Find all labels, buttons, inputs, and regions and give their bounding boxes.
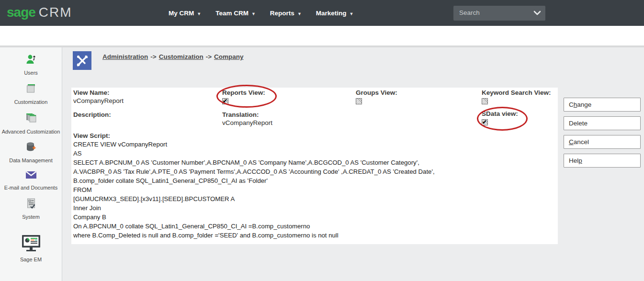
sage-em-icon <box>20 234 42 255</box>
script-line: AS <box>73 149 435 158</box>
sidebar-item-label: Data Management <box>9 157 53 163</box>
keyword-search-view-label: Keyword Search View: <box>482 89 551 97</box>
sidebar-item-system[interactable]: System <box>0 197 62 220</box>
field-reports-view: Reports View: <box>222 89 265 106</box>
script-line: On A.BPCNUM_0 collate SQL_Latin1_General… <box>73 222 435 231</box>
script-line: CREATE VIEW vCompanyReport <box>73 140 435 149</box>
keyword-search-view-checkbox[interactable] <box>482 98 488 104</box>
menu-my-crm[interactable]: My CRM▼ <box>169 10 201 17</box>
sidebar-item-label: Users <box>24 70 38 76</box>
sidebar-item-data-management[interactable]: Data Management <box>0 141 62 163</box>
script-line: SELECT A.BPCNUM_0 AS 'Customer Number',A… <box>73 158 435 167</box>
email-documents-icon <box>24 169 38 183</box>
translation-label: Translation: <box>222 111 272 119</box>
sage-crm-page: sageCRM My CRM▼ Team CRM▼ Reports▼ Marke… <box>0 0 644 281</box>
menu-marketing-label: Marketing <box>316 10 347 17</box>
field-description: Description: <box>73 111 111 119</box>
advanced-customization-icon <box>24 111 38 127</box>
help-button[interactable]: Help <box>564 154 641 168</box>
btn-text: ancel <box>574 138 589 146</box>
sage-crm-logo[interactable]: sageCRM <box>7 5 72 20</box>
breadcrumb-separator: -> <box>150 53 156 60</box>
reports-view-checkbox[interactable] <box>222 98 228 104</box>
top-navbar: sageCRM My CRM▼ Team CRM▼ Reports▼ Marke… <box>0 0 644 26</box>
breadcrumb: Administration->Customization->Company <box>102 53 244 60</box>
script-line: A.VACBPR_0 AS 'Tax Rule',A.PTE_0 AS 'Pay… <box>73 167 435 176</box>
menu-marketing[interactable]: Marketing▼ <box>316 10 354 17</box>
sidebar-item-label: E-mail and Documents <box>4 185 57 191</box>
chevron-down-icon: ▼ <box>251 11 256 16</box>
view-script-label: View Script: <box>73 132 435 140</box>
sidebar-item-advanced-customization[interactable]: Advanced Customization <box>0 111 62 135</box>
sdata-view-label: SData view: <box>482 110 518 118</box>
action-buttons: Change Delete Cancel Help <box>564 98 641 168</box>
sidebar-item-users[interactable]: Users <box>0 53 62 76</box>
menu-reports[interactable]: Reports▼ <box>270 10 302 17</box>
groups-view-checkbox[interactable] <box>356 98 362 104</box>
btn-accesskey: p <box>578 157 582 164</box>
main-content: Administration->Customization->Company V… <box>62 47 644 281</box>
logo-product: CRM <box>39 5 72 20</box>
view-name-label: View Name: <box>73 89 124 97</box>
breadcrumb-customization[interactable]: Customization <box>159 53 203 60</box>
script-line: where B.Comp_Deleted is null and B.comp_… <box>73 231 435 240</box>
admin-sidebar: Users Customization <box>0 47 62 281</box>
menu-team-crm[interactable]: Team CRM▼ <box>215 10 256 17</box>
system-icon <box>24 197 38 212</box>
btn-accesskey: C <box>569 138 574 146</box>
sidebar-item-sage-em[interactable]: Sage EM <box>0 234 62 262</box>
chevron-down-icon: ▼ <box>297 11 302 16</box>
breadcrumb-company[interactable]: Company <box>214 53 244 60</box>
script-line: Inner Join <box>73 203 435 213</box>
field-translation: Translation: vCompanyReport <box>222 111 272 127</box>
breadcrumb-administration[interactable]: Administration <box>102 53 148 60</box>
script-line: [GUMUCRMX3_SEED].[x3v11].[SEED].BPCUSTOM… <box>73 194 435 203</box>
view-details-panel: View Name: vCompanyReport Reports View: … <box>71 88 558 244</box>
field-sdata-view: SData view: <box>482 110 518 127</box>
menu-team-crm-label: Team CRM <box>215 10 249 17</box>
btn-text: Hel <box>569 157 578 164</box>
groups-view-label: Groups View: <box>356 89 397 97</box>
field-groups-view: Groups View: <box>356 89 397 106</box>
translation-value: vCompanyReport <box>222 119 272 127</box>
sdata-view-checkbox[interactable] <box>482 119 488 125</box>
search-placeholder: Search <box>459 9 480 16</box>
main-menu: My CRM▼ Team CRM▼ Reports▼ Marketing▼ <box>169 0 353 26</box>
customization-icon <box>24 82 38 97</box>
sidebar-item-label: Customization <box>14 99 48 105</box>
script-line: FROM <box>73 185 435 194</box>
field-keyword-search-view: Keyword Search View: <box>482 89 551 106</box>
btn-text: ange <box>577 101 591 108</box>
change-button[interactable]: Change <box>564 98 641 112</box>
view-name-value: vCompanyReport <box>73 97 124 105</box>
btn-text: Delete <box>569 120 588 127</box>
script-line: Company B <box>73 213 435 222</box>
sidebar-item-label: Sage EM <box>20 257 42 262</box>
sidebar-item-email-documents[interactable]: E-mail and Documents <box>0 169 62 191</box>
logo-brand: sage <box>7 5 35 20</box>
btn-text: C <box>569 101 574 108</box>
description-label: Description: <box>73 111 111 119</box>
cancel-button[interactable]: Cancel <box>564 135 641 149</box>
search-input[interactable]: Search <box>453 6 545 21</box>
menu-my-crm-label: My CRM <box>169 10 194 17</box>
sidebar-item-customization[interactable]: Customization <box>0 82 62 105</box>
sidebar-item-label: Advanced Customization <box>2 129 60 135</box>
sidebar-item-label: System <box>22 214 40 220</box>
data-management-icon <box>24 141 38 156</box>
field-view-script: View Script: CREATE VIEW vCompanyReport … <box>73 132 435 240</box>
field-view-name: View Name: vCompanyReport <box>73 89 124 105</box>
breadcrumb-separator: -> <box>206 53 212 60</box>
header-strip <box>0 26 644 45</box>
users-icon <box>24 53 38 68</box>
delete-button[interactable]: Delete <box>564 116 641 130</box>
chevron-down-icon: ▼ <box>197 11 201 16</box>
admin-tools-icon <box>73 51 91 70</box>
view-script-text: CREATE VIEW vCompanyReport AS SELECT A.B… <box>73 140 435 240</box>
script-line: B.comp_folder collate SQL_Latin1_General… <box>73 176 435 185</box>
menu-reports-label: Reports <box>270 10 294 17</box>
search-chevron-icon[interactable] <box>533 10 541 18</box>
chevron-down-icon: ▼ <box>350 11 354 16</box>
reports-view-label: Reports View: <box>222 89 265 97</box>
